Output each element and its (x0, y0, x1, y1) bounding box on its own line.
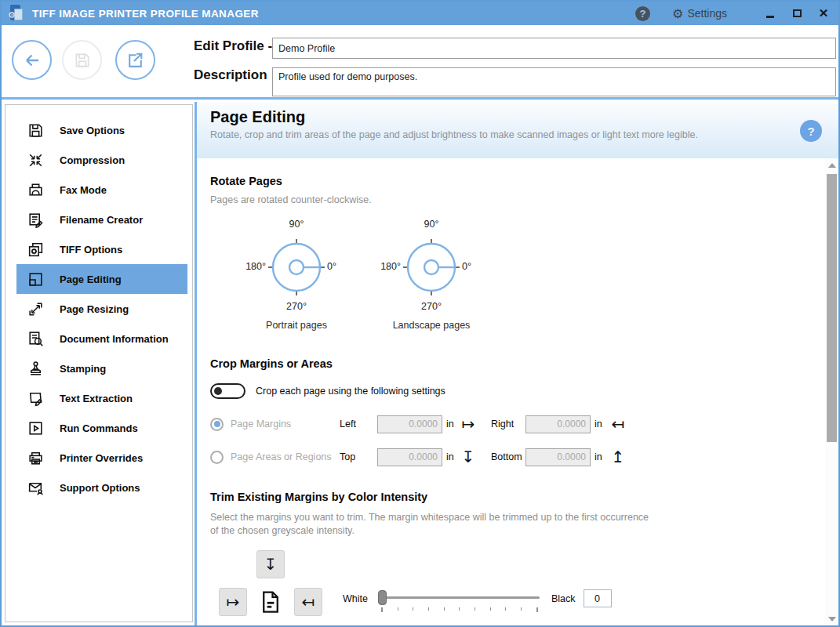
edit-profile-label: Edit Profile - (194, 38, 272, 54)
dial-label-270: 270° (230, 301, 363, 312)
page-layout-icon (26, 270, 45, 288)
dial-label-270: 270° (365, 301, 498, 312)
slider-track[interactable] (380, 596, 540, 599)
compress-arrows-icon (26, 150, 45, 169)
slider-ticks (381, 607, 538, 612)
sidebar-item-compression[interactable]: Compression (16, 145, 187, 175)
crop-toggle-label: Crop each page using the following setti… (256, 386, 445, 397)
app-icon: ⚙ (7, 5, 24, 22)
vertical-scrollbar[interactable] (825, 158, 838, 625)
minimize-icon (766, 16, 774, 18)
landscape-rotation-dial[interactable]: 90° 180° 0° 270° Landscape pages (365, 219, 498, 336)
page-scroll-region: Rotate Pages Pages are rotated counter-c… (197, 158, 825, 625)
sidebar-item-page-resizing[interactable]: Page Resizing (16, 294, 187, 324)
radio-page-margins[interactable]: Page Margins (210, 411, 340, 437)
sidebar-item-fax-mode[interactable]: Fax Mode (16, 175, 187, 205)
left-margin-input (377, 415, 442, 433)
dial-label-180: 180° (245, 261, 266, 272)
sidebar-item-filename-creator[interactable]: Filename Creator (16, 205, 187, 234)
radio-icon (210, 418, 224, 431)
dial-knob-graphic[interactable] (400, 236, 463, 299)
pages-gear-icon (26, 240, 45, 259)
document-search-icon (26, 329, 45, 348)
play-square-icon (26, 419, 45, 437)
app-window: ⚙ TIFF IMAGE PRINTER PROFILE MANAGER ? ⚙… (0, 0, 840, 627)
scrollbar-thumb[interactable] (827, 174, 837, 442)
fax-machine-icon (26, 180, 45, 199)
slider-handle[interactable] (378, 590, 387, 605)
window-title: TIFF IMAGE PRINTER PROFILE MANAGER (32, 8, 259, 20)
arrow-from-left-icon: ↦ (458, 416, 478, 432)
maximize-button[interactable] (785, 2, 809, 25)
bottom-field-label: Bottom (491, 451, 525, 462)
portrait-dial-caption: Portrait pages (230, 320, 363, 331)
sidebar-item-run-commands[interactable]: Run Commands (16, 413, 187, 443)
trim-margin-buttons: ↧ ↦ ↤ ↥ (219, 550, 825, 625)
left-field-label: Left (340, 419, 377, 429)
dial-label-0: 0° (462, 261, 471, 272)
sidebar-item-stamping[interactable]: Stamping (16, 353, 187, 383)
arrow-from-top-icon: ↧ (458, 449, 478, 465)
export-icon (125, 50, 145, 70)
rotate-pages-heading: Rotate Pages (210, 175, 825, 187)
close-button[interactable]: ✕ (812, 2, 835, 25)
scroll-down-arrow[interactable] (825, 612, 838, 625)
right-field-label: Right (491, 419, 525, 429)
content-area: Page Editing Rotate, crop and trim areas… (197, 102, 838, 625)
arrow-from-right-icon: ↤ (606, 416, 630, 432)
titlebar-help-icon[interactable]: ? (635, 6, 650, 21)
page-document-icon (256, 588, 285, 616)
back-button[interactable] (12, 40, 52, 80)
close-icon: ✕ (819, 6, 829, 20)
description-label: Description (194, 67, 267, 83)
gear-icon: ⚙ (672, 6, 683, 21)
share-profile-button[interactable] (115, 40, 155, 80)
printer-icon (26, 448, 45, 467)
trim-top-button[interactable]: ↧ (256, 550, 285, 578)
intensity-value-input[interactable] (584, 589, 612, 607)
minimize-button[interactable] (758, 2, 782, 25)
stamp-icon (26, 359, 45, 378)
sidebar-item-page-editing[interactable]: Page Editing (16, 264, 187, 294)
description-input[interactable]: Profile used for demo purposes. (272, 67, 836, 96)
portrait-rotation-dial[interactable]: 90° 180° 0° 270° Portrait pages (230, 219, 363, 336)
document-edit-icon (26, 210, 45, 229)
top-field-label: Top (340, 451, 377, 462)
sidebar-item-printer-overrides[interactable]: Printer Overrides (16, 443, 187, 473)
page-pencil-icon (26, 389, 45, 408)
sidebar-item-support-options[interactable]: Support Options (16, 473, 187, 502)
right-margin-input (525, 415, 591, 433)
page-help-icon[interactable]: ? (800, 120, 822, 142)
trim-left-button[interactable]: ↦ (219, 588, 247, 616)
arrow-from-bottom-icon: ↥ (606, 449, 630, 465)
dial-label-90: 90° (230, 219, 363, 230)
sidebar-item-document-information[interactable]: Document Information (16, 324, 187, 353)
dial-label-90: 90° (365, 219, 498, 230)
settings-label: Settings (687, 7, 727, 20)
toggle-knob (214, 387, 222, 395)
radio-page-areas[interactable]: Page Areas or Regions (210, 444, 340, 469)
dial-label-0: 0° (327, 261, 336, 272)
page-title: Page Editing (210, 108, 838, 126)
resize-arrows-icon (26, 299, 45, 318)
sidebar-item-tiff-options[interactable]: TIFF Options (16, 234, 187, 264)
right-unit-label: in (591, 419, 606, 429)
page-subtitle: Rotate, crop and trim areas of the page … (210, 129, 814, 141)
save-profile-button (62, 40, 102, 80)
settings-button[interactable]: ⚙ Settings (672, 6, 727, 21)
top-unit-label: in (442, 451, 458, 462)
rotate-pages-note: Pages are rotated counter-clockwise. (210, 194, 825, 205)
intensity-slider[interactable] (378, 589, 541, 613)
scroll-up-arrow[interactable] (825, 158, 838, 172)
crop-heading: Crop Margins or Areas (210, 357, 825, 370)
sidebar-item-text-extraction[interactable]: Text Extraction (16, 383, 187, 413)
trim-right-button[interactable]: ↤ (294, 588, 322, 616)
dial-knob-graphic[interactable] (265, 236, 328, 299)
top-margin-input (377, 448, 442, 466)
black-label: Black (551, 593, 576, 604)
crop-toggle-switch[interactable] (210, 383, 245, 399)
radio-icon (210, 451, 224, 464)
profile-name-input[interactable] (272, 38, 836, 59)
back-arrow-icon (22, 50, 42, 71)
sidebar-item-save-options[interactable]: Save Options (16, 115, 187, 145)
